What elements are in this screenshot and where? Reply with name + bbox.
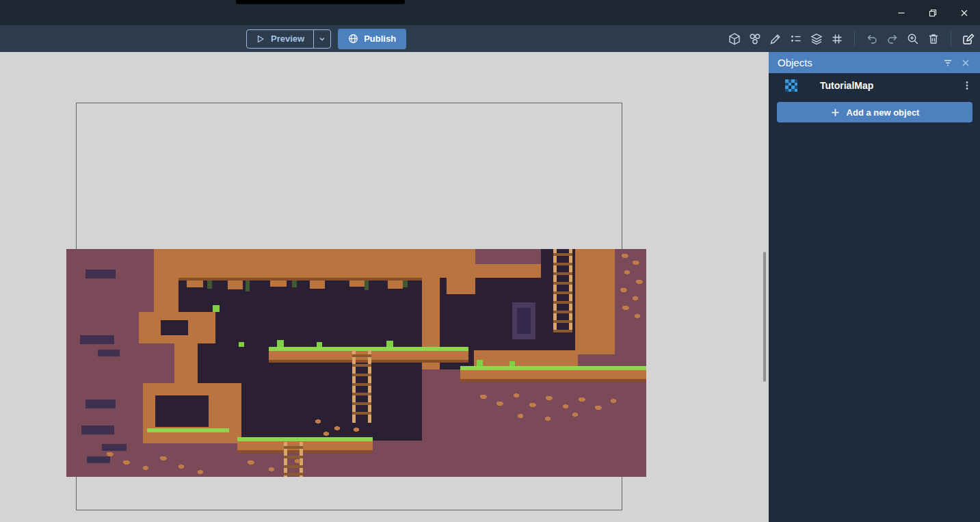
redo-icon[interactable]	[884, 30, 901, 48]
toolbar-actions: Preview Publish	[246, 25, 406, 52]
window-titlebar	[0, 0, 980, 25]
zoom-in-icon[interactable]	[904, 30, 922, 48]
vertical-scrollbar[interactable]	[763, 252, 766, 382]
panel-close-icon[interactable]	[957, 54, 975, 72]
close-button[interactable]	[949, 0, 980, 25]
toolbar: Preview Publish	[0, 25, 980, 52]
object-list-item[interactable]: TutorialMap	[769, 74, 980, 96]
titlebar-tab-strip	[236, 0, 405, 4]
object-folders-icon[interactable]	[746, 30, 764, 48]
objects-panel-header: Objects	[769, 52, 980, 73]
preview-options-button[interactable]	[313, 30, 330, 48]
tilemap-object-thumbnail	[785, 79, 797, 92]
objects-panel-title: Objects	[778, 57, 939, 68]
edit-properties-icon[interactable]	[959, 30, 977, 48]
object-name: TutorialMap	[820, 80, 958, 91]
scene-editor-canvas[interactable]	[0, 52, 769, 522]
plus-icon	[830, 107, 840, 118]
globe-icon	[348, 34, 358, 44]
add-object-button[interactable]: Add a new object	[777, 102, 972, 122]
kebab-menu-icon[interactable]	[958, 77, 976, 94]
objects-panel: Objects TutorialMap Add a new object	[769, 52, 980, 522]
filter-icon[interactable]	[939, 54, 957, 72]
restore-button[interactable]	[917, 0, 949, 25]
preview-split-button: Preview	[246, 29, 331, 49]
toolbar-icon-group	[726, 25, 977, 52]
minimize-icon	[897, 9, 905, 17]
add-object-label: Add a new object	[847, 107, 920, 118]
minimize-button[interactable]	[886, 0, 917, 25]
instances-list-icon[interactable]	[787, 30, 805, 48]
toolbar-separator	[951, 31, 951, 47]
play-icon	[256, 34, 265, 44]
undo-icon[interactable]	[863, 30, 881, 48]
chevron-down-icon	[319, 36, 326, 42]
publish-button[interactable]: Publish	[338, 29, 406, 49]
3d-box-icon[interactable]	[726, 30, 743, 48]
draw-icon[interactable]	[767, 30, 784, 48]
toolbar-separator	[854, 31, 855, 47]
tilemap-instance[interactable]	[66, 249, 646, 477]
preview-label: Preview	[271, 34, 304, 44]
close-icon	[960, 9, 968, 17]
publish-label: Publish	[364, 34, 396, 44]
restore-icon	[929, 9, 937, 17]
grid-icon[interactable]	[828, 30, 846, 48]
window-controls	[886, 0, 980, 25]
delete-icon[interactable]	[925, 30, 942, 48]
layers-icon[interactable]	[808, 30, 825, 48]
preview-button[interactable]: Preview	[247, 30, 313, 48]
